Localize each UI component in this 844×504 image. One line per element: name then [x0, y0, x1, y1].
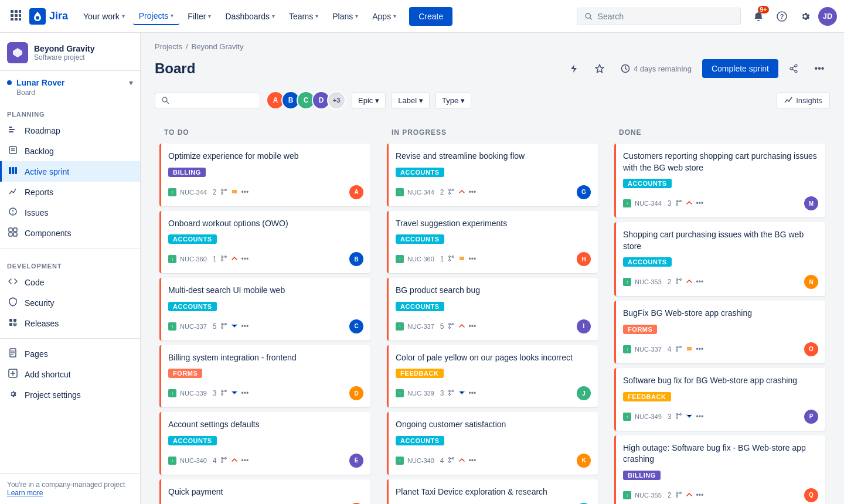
card-title: Multi-dest search UI mobile web: [168, 285, 363, 297]
issue-type-icon: ↑: [623, 345, 631, 353]
svg-rect-33: [13, 319, 16, 322]
nav-your-work[interactable]: Your work ▾: [77, 8, 131, 25]
nav-teams[interactable]: Teams ▾: [283, 8, 324, 25]
svg-rect-4: [15, 14, 18, 17]
more-icon[interactable]: •••: [469, 389, 477, 397]
issue-type-icon: ↑: [623, 413, 631, 421]
search-bar[interactable]: [577, 8, 741, 25]
card-NUC-344[interactable]: Optimize experience for mobile web BILLI…: [159, 144, 370, 206]
more-icon[interactable]: •••: [241, 322, 249, 331]
nav-dashboards[interactable]: Dashboards ▾: [219, 8, 281, 25]
sidebar-item-active-sprint[interactable]: Active sprint: [0, 161, 140, 182]
card-NUC-337[interactable]: Multi-dest search UI mobile web ACCOUNTS…: [159, 278, 370, 340]
sidebar-item-backlog[interactable]: Backlog: [0, 141, 140, 161]
sidebar-item-issues[interactable]: Issues: [0, 202, 140, 223]
more-icon[interactable]: •••: [469, 457, 477, 465]
card-NUC-355[interactable]: High outage: Software bug fix - BG Web-s…: [614, 435, 825, 504]
more-icon[interactable]: •••: [241, 188, 249, 196]
more-icon[interactable]: •••: [696, 199, 704, 207]
svg-point-144: [676, 204, 678, 206]
card-NUC-337[interactable]: BG product search bug ACCOUNTS ↑ NUC-337…: [387, 278, 598, 340]
help-button[interactable]: ?: [771, 6, 792, 27]
svg-point-50: [795, 64, 797, 67]
card-NUC-340[interactable]: Ongoing customer satisfaction ACCOUNTS ↑…: [387, 412, 598, 475]
sidebar-item-components[interactable]: Components: [0, 223, 140, 243]
sidebar-item-releases[interactable]: Releases: [0, 313, 140, 333]
card-NUC-355[interactable]: Quick payment ↑ NUC-355 2 ••• F: [159, 479, 370, 504]
card-title: Shopping cart purchasing issues with the…: [623, 229, 818, 252]
create-button[interactable]: Create: [409, 7, 452, 26]
filter-search[interactable]: [155, 93, 260, 108]
active-sprint-item[interactable]: Lunar Rover ▾: [0, 71, 140, 87]
issue-type-icon: ↑: [396, 389, 404, 397]
share-button[interactable]: [783, 58, 804, 79]
card-NUC-360[interactable]: Travel suggestion experiments ACCOUNTS ↑…: [387, 211, 598, 274]
nav-apps[interactable]: Apps ▾: [366, 8, 402, 25]
card-NUC-339[interactable]: Color of pale yellow on our pages looks …: [387, 345, 598, 408]
card-NUC-344[interactable]: Revise and streamline booking flow ACCOU…: [387, 144, 598, 206]
insights-button[interactable]: Insights: [777, 92, 830, 109]
card-NUC-340[interactable]: Account settings defaults ACCOUNTS ↑ NUC…: [159, 412, 370, 475]
priority-icon: [686, 345, 693, 354]
svg-rect-18: [9, 131, 13, 132]
sidebar-item-pages[interactable]: Pages: [0, 343, 140, 364]
card-NUC-341[interactable]: Planet Taxi Device exploration & researc…: [387, 479, 598, 504]
grid-icon[interactable]: [7, 6, 25, 26]
sidebar-item-project-settings[interactable]: Project settings: [0, 384, 140, 405]
avatar-filter-more[interactable]: +3: [327, 91, 346, 110]
issue-type-icon: ↑: [168, 457, 176, 465]
sidebar-item-roadmap[interactable]: Roadmap: [0, 120, 140, 141]
search-input[interactable]: [598, 12, 733, 21]
more-icon[interactable]: •••: [696, 491, 704, 499]
card-meta: ↑ NUC-355 2 ••• Q: [623, 488, 818, 502]
chevron-down-icon: ▾: [419, 96, 423, 105]
card-meta: ↑ NUC-337 5 ••• I: [396, 319, 591, 333]
sidebar-item-code[interactable]: Code: [0, 272, 140, 292]
breadcrumb-projects[interactable]: Projects: [155, 42, 182, 51]
settings-button[interactable]: [795, 6, 816, 27]
type-filter[interactable]: Type ▾: [435, 92, 471, 109]
svg-point-52: [795, 70, 797, 73]
card-assignee: A: [349, 185, 363, 199]
branch-icon: [220, 255, 227, 263]
svg-text:↑: ↑: [171, 458, 173, 464]
star-button[interactable]: [589, 58, 610, 79]
more-icon[interactable]: •••: [696, 413, 704, 421]
more-icon[interactable]: •••: [241, 255, 249, 263]
card-NUC-360[interactable]: Onboard workout options (OWO) ACCOUNTS ↑…: [159, 211, 370, 274]
more-icon[interactable]: •••: [469, 188, 477, 196]
avatar-filters: A B C D +3: [266, 91, 346, 110]
board-search-input[interactable]: [173, 96, 243, 105]
breadcrumb-beyond-gravity[interactable]: Beyond Gravity: [192, 42, 244, 51]
card-NUC-344[interactable]: Customers reporting shopping cart purcha…: [614, 144, 825, 217]
sidebar-item-reports[interactable]: Reports: [0, 182, 140, 202]
learn-more-link[interactable]: Learn more: [7, 489, 43, 497]
more-button[interactable]: •••: [809, 58, 830, 79]
complete-sprint-button[interactable]: Complete sprint: [702, 59, 778, 78]
user-avatar[interactable]: JD: [818, 7, 837, 26]
sidebar-item-security[interactable]: Security: [0, 292, 140, 313]
more-icon[interactable]: •••: [469, 322, 477, 331]
card-assignee: K: [577, 454, 591, 468]
card-NUC-339[interactable]: Billing system integration - frontend FO…: [159, 345, 370, 408]
nav-filter[interactable]: Filter ▾: [182, 8, 217, 25]
card-meta: ↑ NUC-344 2 ••• A: [168, 185, 363, 199]
active-sprint-sub: Board: [0, 87, 140, 101]
nav-projects[interactable]: Projects ▾: [133, 8, 180, 25]
epic-filter[interactable]: Epic ▾: [352, 92, 386, 109]
more-icon[interactable]: •••: [696, 278, 704, 286]
story-points: 4: [440, 457, 444, 465]
card-NUC-337[interactable]: BugFix BG Web-store app crashing FORMS ↑…: [614, 301, 825, 363]
label-filter[interactable]: Label ▾: [392, 92, 430, 109]
more-icon[interactable]: •••: [241, 389, 249, 397]
more-icon[interactable]: •••: [469, 255, 477, 263]
lightning-button[interactable]: [563, 58, 584, 79]
sidebar-item-add-shortcut[interactable]: Add shortcut: [0, 364, 140, 384]
app-logo[interactable]: Jira: [29, 8, 68, 25]
more-icon[interactable]: •••: [696, 345, 704, 353]
more-icon[interactable]: •••: [241, 457, 249, 465]
notifications-button[interactable]: 9+: [748, 6, 769, 27]
card-NUC-349[interactable]: Software bug fix for BG Web-store app cr…: [614, 368, 825, 431]
card-NUC-353[interactable]: Shopping cart purchasing issues with the…: [614, 222, 825, 296]
nav-plans[interactable]: Plans ▾: [326, 8, 364, 25]
